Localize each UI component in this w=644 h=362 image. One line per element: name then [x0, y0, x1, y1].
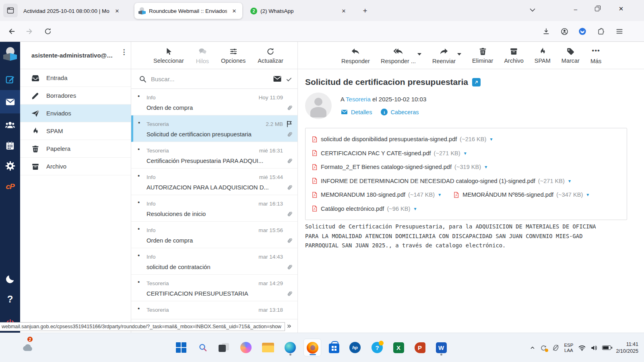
message-list-row[interactable]: • Info mar 14:43 solicitud de contrataci…: [131, 248, 297, 275]
close-icon[interactable]: ✕: [230, 8, 238, 14]
edge-button[interactable]: [281, 339, 299, 356]
forward-options-caret-icon[interactable]: [457, 53, 461, 56]
browser-tab-roundcube[interactable]: Roundcube Webmail :: Enviados ✕: [134, 3, 242, 19]
window-minimize-button[interactable]: –: [566, 0, 585, 18]
message-list-row[interactable]: • Tesoreria mar 14:29 CERTIFICACION PRES…: [131, 275, 297, 301]
help-button[interactable]: ?: [0, 290, 20, 308]
attachment-menu-caret-icon[interactable]: ▾: [414, 206, 416, 212]
message-list-row[interactable]: • Info Hoy 11:09 Orden de compra: [131, 89, 297, 115]
delete-button[interactable]: Eliminar: [472, 47, 493, 64]
menu-button[interactable]: [613, 25, 625, 37]
compose-button[interactable]: [0, 71, 20, 88]
forward-button[interactable]: Reenviar: [432, 47, 456, 64]
reply-options-caret-icon[interactable]: [417, 53, 421, 56]
message-list-row[interactable]: • Tesoreria mié 16:31 Certificación Pres…: [131, 142, 297, 169]
volume-tray-button[interactable]: [590, 344, 598, 352]
message-list-row[interactable]: • Info mar 16:13 Resoluciones de inicio: [131, 195, 297, 222]
attachment[interactable]: solicitud de disponibilidad presupuestar…: [311, 136, 492, 143]
sync-tray-button[interactable]: [540, 344, 547, 352]
hp-support-button[interactable]: ?: [368, 339, 386, 356]
reload-button[interactable]: [42, 25, 54, 37]
window-restore-button[interactable]: [588, 0, 606, 18]
mark-button[interactable]: Marcar: [561, 47, 580, 64]
folder-enviados[interactable]: Enviados: [20, 105, 131, 122]
message-list-row[interactable]: • Tesoreria 2.2 MB Solicitud de certific…: [131, 115, 297, 142]
flag-icon[interactable]: [283, 120, 293, 128]
attachment-menu-caret-icon[interactable]: ▾: [490, 136, 492, 142]
taskbar-search-button[interactable]: [194, 339, 212, 356]
downloads-button[interactable]: [540, 25, 552, 37]
attachment[interactable]: CERTIFICACION PAC Y CATE-signed.pdf (~27…: [311, 150, 466, 156]
folder-papelera[interactable]: Papelera: [20, 140, 131, 158]
new-tab-button[interactable]: +: [359, 5, 371, 17]
task-view-button[interactable]: [215, 339, 233, 356]
attachment-menu-caret-icon[interactable]: ▾: [438, 192, 441, 197]
details-toggle[interactable]: Detalles: [341, 108, 372, 116]
search-options-chevron-icon[interactable]: [287, 76, 291, 81]
search-scope-mail-icon[interactable]: [272, 74, 282, 84]
browser-tab-activity[interactable]: Actividad 2025-10-01 08:00:00 | Mo ✕: [19, 3, 130, 19]
roundcube-logo[interactable]: [0, 45, 20, 63]
spam-button[interactable]: SPAM: [535, 47, 551, 64]
input-device-tray-button[interactable]: [551, 343, 560, 352]
calendar-nav-button[interactable]: [0, 137, 20, 154]
powerpoint-button[interactable]: P: [411, 339, 429, 356]
taskbar-clock[interactable]: 11:412/10/2025: [616, 341, 638, 355]
attachment[interactable]: MEMORANDUM 180-signed.pdf (~147 KB) ▾: [311, 191, 441, 198]
forward-button[interactable]: [23, 25, 35, 37]
language-indicator[interactable]: ESPLAA: [564, 343, 573, 353]
reply-button[interactable]: Responder: [341, 47, 370, 64]
onedrive-tray-icon[interactable]: 2: [19, 339, 37, 356]
browser-tab-whatsapp[interactable]: 2 (2) WhatsApp ✕: [246, 3, 352, 19]
close-icon[interactable]: ✕: [113, 8, 121, 14]
copilot-button[interactable]: [237, 339, 255, 356]
window-close-button[interactable]: ✕: [612, 0, 630, 18]
dark-mode-button[interactable]: [0, 270, 20, 288]
hp-button[interactable]: hp: [346, 339, 364, 356]
reply-all-button[interactable]: Responder ...: [381, 47, 416, 64]
refresh-button[interactable]: Actualizar: [258, 47, 283, 64]
list-all-tabs-button[interactable]: [528, 6, 537, 16]
archive-button[interactable]: Archivo: [504, 47, 523, 64]
firefox-button[interactable]: [303, 339, 321, 356]
word-button[interactable]: W: [432, 339, 450, 356]
attachment[interactable]: Formato_2_ET Bienes catalogo-signed-sign…: [311, 164, 487, 171]
message-list-row[interactable]: • Info mar 15:56 Orden de compra: [131, 222, 297, 248]
wifi-tray-button[interactable]: [578, 344, 586, 352]
headers-toggle[interactable]: i Cabeceras: [381, 109, 419, 115]
attachment-menu-caret-icon[interactable]: ▾: [485, 164, 487, 170]
back-button[interactable]: [6, 25, 18, 37]
attachment[interactable]: Catálogo electrónico.pdf (~96 KB) ▾: [311, 205, 416, 212]
attachment-menu-caret-icon[interactable]: ▾: [464, 150, 466, 156]
folder-borradores[interactable]: Borradores: [20, 87, 131, 105]
attachment-menu-caret-icon[interactable]: ▾: [568, 178, 571, 184]
contacts-nav-button[interactable]: [0, 116, 20, 134]
attachment[interactable]: INFORME DE DETERMINACION DE NECESIDAD ca…: [311, 177, 571, 184]
folder-entrada[interactable]: Entrada: [20, 69, 131, 87]
excel-button[interactable]: X: [390, 339, 407, 356]
account-button[interactable]: [558, 25, 570, 37]
open-in-new-window-icon[interactable]: [472, 78, 481, 86]
search-input[interactable]: [151, 76, 272, 82]
options-button[interactable]: Opciones: [221, 47, 246, 64]
extensions-button[interactable]: [595, 25, 607, 37]
attachment[interactable]: MEMORÁNDUM Nº856-signed.pdf (~347 KB) ▾: [453, 191, 589, 198]
settings-nav-button[interactable]: [0, 157, 20, 175]
folder-options-kebab-icon[interactable]: ⋮: [120, 51, 128, 54]
message-list-row[interactable]: • Tesoreria mar 13:18: [131, 301, 297, 319]
message-list-row[interactable]: • Info mié 15:44 AUTORIZACION PARA LA AD…: [131, 169, 297, 195]
attachment-menu-caret-icon[interactable]: ▾: [586, 192, 589, 197]
file-explorer-button[interactable]: [259, 339, 277, 356]
cpanel-button[interactable]: cP: [0, 178, 20, 195]
fox-addon-button[interactable]: [576, 25, 588, 37]
more-button[interactable]: ••• Más: [590, 47, 601, 64]
select-button[interactable]: Seleccionar: [153, 47, 184, 64]
tray-expand-button[interactable]: [529, 345, 536, 351]
microsoft-store-button[interactable]: [325, 339, 343, 356]
folder-spam[interactable]: SPAM: [20, 122, 131, 140]
mail-nav-button[interactable]: [0, 90, 20, 113]
battery-tray-button[interactable]: [602, 346, 612, 350]
threads-button[interactable]: Hilos: [196, 47, 209, 64]
firefox-view-button[interactable]: [3, 4, 18, 17]
folder-archivo[interactable]: Archivo: [20, 158, 131, 175]
